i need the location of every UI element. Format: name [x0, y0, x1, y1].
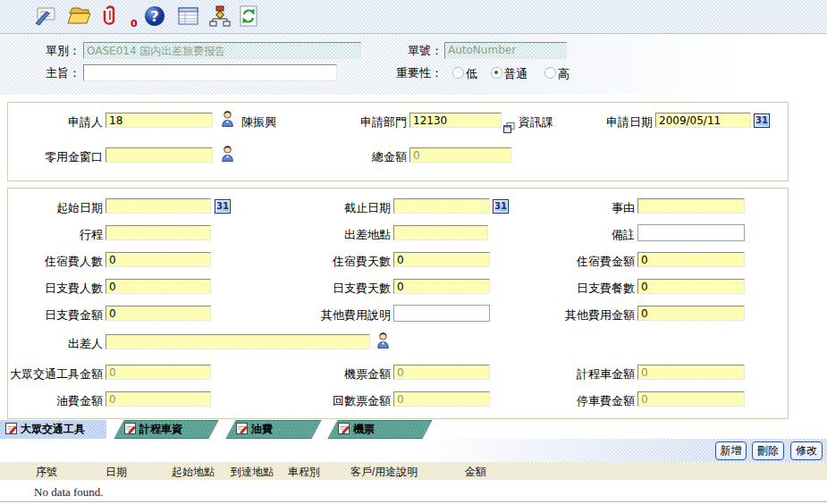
calendar-icon[interactable]: 31	[493, 199, 509, 214]
public-transport-amount-field: 0	[105, 365, 211, 380]
column-header-seq: 序號	[36, 465, 57, 480]
column-header-dest: 到達地點	[231, 465, 274, 480]
taxi-amount-field: 0	[637, 365, 745, 380]
daily-days-label: 日支費天數	[319, 281, 391, 295]
column-header-origin: 起始地點	[172, 465, 215, 480]
calendar-icon[interactable]: 31	[215, 199, 231, 214]
department-name: 資訊課	[519, 115, 553, 129]
edit-icon	[338, 423, 350, 437]
importance-radio-high[interactable]	[544, 67, 556, 79]
applicant-field[interactable]: 18	[105, 113, 213, 128]
modify-button[interactable]: 修改	[790, 441, 823, 460]
refresh-icon[interactable]	[239, 4, 258, 32]
daily-amount-label: 日支費金額	[31, 308, 103, 322]
airfare-amount-field: 0	[393, 365, 490, 380]
column-header-triptype: 車程別	[288, 465, 320, 480]
tab-taxi-fare[interactable]: 計程車資	[119, 420, 214, 439]
tab-fuel[interactable]: 油費	[231, 420, 316, 439]
apply-date-label: 申請日期	[581, 115, 653, 129]
edit-icon	[236, 423, 248, 437]
department-field[interactable]: 12130	[409, 113, 502, 128]
tab-label: 大眾交通工具	[21, 422, 85, 437]
lodging-amount-label: 住宿費金額	[563, 255, 635, 268]
daily-amount-field[interactable]: 0	[105, 306, 211, 321]
trip-section	[7, 188, 789, 419]
reason-field[interactable]	[637, 198, 745, 214]
other-amount-field[interactable]: 0	[637, 306, 745, 321]
fuel-amount-field: 0	[105, 391, 211, 407]
action-bar: 新增 刪除 修改	[0, 439, 827, 462]
end-date-field[interactable]	[393, 198, 490, 214]
itinerary-label: 行程	[31, 228, 103, 241]
expense-report-window: 0 ?	[0, 0, 827, 504]
fuel-amount-label: 油費金額	[31, 394, 103, 407]
petty-cash-window-label: 零用金窗口	[18, 150, 103, 164]
column-header-amount: 金額	[465, 465, 486, 480]
doc-no-field: AutoNumber	[444, 42, 567, 59]
add-button[interactable]: 新增	[715, 441, 747, 460]
coupon-ticket-amount-field: 0	[393, 391, 490, 407]
department-label: 申請部門	[335, 115, 407, 129]
tab-airfare[interactable]: 機票	[333, 420, 427, 439]
travelers-field[interactable]	[105, 334, 370, 349]
airfare-amount-label: 機票金額	[328, 367, 391, 381]
daily-meals-label: 日支費餐數	[563, 281, 635, 295]
start-date-label: 起始日期	[31, 201, 103, 214]
toolbar: 0 ?	[0, 0, 827, 34]
public-transport-amount-label: 大眾交通工具金額	[2, 367, 103, 381]
daily-people-field[interactable]: 0	[105, 279, 211, 294]
lodging-people-field[interactable]: 0	[105, 252, 211, 267]
calendar-icon[interactable]: 31	[754, 113, 770, 128]
tab-label: 機票	[353, 422, 375, 437]
reason-label: 事由	[572, 201, 635, 214]
remark-label: 備註	[581, 228, 635, 241]
parking-amount-label: 停車費金額	[563, 394, 635, 407]
daily-days-field[interactable]: 0	[393, 279, 490, 294]
importance-radio-normal[interactable]	[491, 67, 502, 79]
total-amount-field: 0	[409, 147, 511, 163]
department-lookup-icon[interactable]	[503, 121, 515, 137]
apply-date-field[interactable]: 2009/05/11	[655, 113, 751, 128]
importance-option-low: 低	[466, 67, 477, 80]
applicant-label: 申請人	[31, 115, 103, 129]
start-date-field[interactable]	[105, 198, 211, 214]
remark-input[interactable]	[637, 224, 745, 241]
column-header-date: 日期	[105, 465, 127, 480]
importance-option-normal: 普通	[504, 67, 527, 80]
workflow-icon[interactable]	[208, 4, 232, 31]
tab-public-transport[interactable]: 大眾交通工具	[0, 420, 106, 439]
parking-amount-field: 0	[637, 391, 745, 407]
taxi-amount-label: 計程車金額	[563, 367, 635, 381]
doc-no-label: 單號：	[384, 44, 443, 57]
help-icon[interactable]: ?	[143, 4, 166, 31]
other-amount-label: 其他費用金額	[554, 308, 635, 322]
lodging-amount-field[interactable]: 0	[637, 252, 745, 267]
itinerary-field[interactable]	[105, 225, 211, 240]
person-picker-icon[interactable]	[220, 110, 235, 130]
attachment-count-badge: 0	[131, 18, 138, 29]
total-amount-label: 總金額	[344, 150, 407, 164]
empty-table-message: No data found.	[34, 485, 104, 500]
importance-option-high: 高	[558, 67, 570, 80]
daily-people-label: 日支費人數	[31, 281, 103, 295]
destination-label: 出差地點	[319, 228, 391, 241]
form-icon[interactable]	[176, 4, 200, 31]
lodging-people-label: 住宿費人數	[31, 255, 103, 268]
subject-input[interactable]	[83, 64, 337, 81]
destination-field[interactable]	[393, 225, 488, 240]
other-desc-input[interactable]	[393, 305, 490, 322]
delete-button[interactable]: 刪除	[752, 441, 784, 460]
daily-meals-field[interactable]: 0	[637, 279, 745, 294]
signature-icon[interactable]	[34, 4, 57, 31]
petty-cash-window-field[interactable]	[105, 147, 213, 163]
detail-table-header: 序號 日期 起始地點 到達地點 車程別 客戶/用途說明 金額	[0, 462, 827, 480]
person-picker-icon[interactable]	[220, 145, 235, 165]
doc-type-label: 單別：	[18, 44, 80, 57]
person-picker-icon[interactable]	[376, 332, 391, 352]
tab-label: 油費	[251, 422, 273, 437]
lodging-days-field[interactable]: 0	[393, 252, 490, 267]
importance-radio-low[interactable]	[452, 67, 464, 79]
applicant-name: 陳振興	[241, 115, 276, 129]
open-folder-icon[interactable]	[67, 4, 91, 31]
attachment-icon[interactable]	[100, 4, 120, 32]
